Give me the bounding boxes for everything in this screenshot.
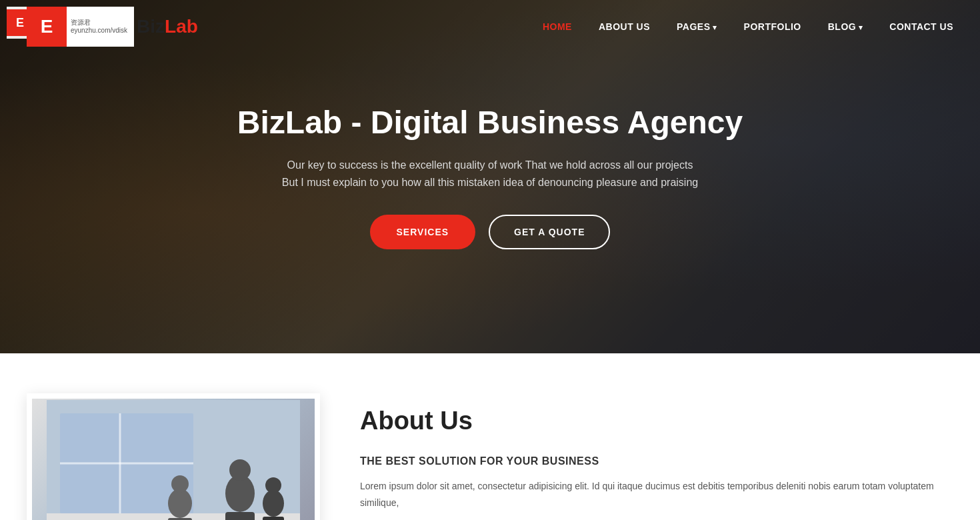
nav-link-portfolio[interactable]: PORTFOLIO bbox=[744, 21, 801, 32]
svg-rect-13 bbox=[263, 517, 284, 520]
nav-link-about[interactable]: ABOUT US bbox=[599, 21, 650, 32]
svg-point-6 bbox=[229, 459, 251, 481]
logo-sub1: 资源君 bbox=[71, 19, 127, 27]
navbar: E 资源君 eyunzhu.com/vdisk BizLab HOME ABOU… bbox=[0, 0, 980, 53]
hero-subtitle-2: But I must explain to you how all this m… bbox=[237, 174, 743, 191]
svg-rect-7 bbox=[225, 512, 255, 520]
svg-point-8 bbox=[168, 489, 192, 518]
about-heading: About Us bbox=[360, 407, 953, 435]
logo[interactable]: E 资源君 eyunzhu.com/vdisk BizLab bbox=[27, 7, 198, 47]
services-button[interactable]: SERVICES bbox=[370, 215, 476, 249]
nav-link-pages[interactable]: PAGES bbox=[677, 21, 717, 32]
about-image-placeholder bbox=[32, 399, 315, 520]
logo-brand: BizLab bbox=[137, 16, 198, 37]
nav-link-contact[interactable]: CONTACT US bbox=[889, 21, 953, 32]
svg-point-11 bbox=[263, 490, 284, 517]
nav-links: HOME ABOUT US PAGES PORTFOLIO BLOG CONTA… bbox=[543, 21, 953, 33]
nav-item-contact[interactable]: CONTACT US bbox=[889, 21, 953, 33]
about-sub-heading: THE BEST SOLUTION FOR YOUR BUSINESS bbox=[360, 455, 953, 467]
nav-link-home[interactable]: HOME bbox=[543, 21, 572, 32]
logo-sub2: eyunzhu.com/vdisk bbox=[71, 27, 127, 35]
svg-point-9 bbox=[171, 475, 189, 493]
get-quote-button[interactable]: GET A QUOTE bbox=[489, 215, 610, 249]
nav-item-home[interactable]: HOME bbox=[543, 21, 572, 33]
hero-title: BizLab - Digital Business Agency bbox=[237, 104, 743, 141]
hero-content: BizLab - Digital Business Agency Our key… bbox=[224, 104, 756, 249]
about-text-column: About Us THE BEST SOLUTION FOR YOUR BUSI… bbox=[360, 393, 953, 511]
about-image-svg bbox=[47, 400, 300, 520]
about-section: About Us THE BEST SOLUTION FOR YOUR BUSI… bbox=[0, 353, 980, 520]
logo-text: 资源君 eyunzhu.com/vdisk bbox=[67, 7, 134, 47]
hero-subtitle-1: Our key to success is the excellent qual… bbox=[237, 157, 743, 174]
hero-buttons: SERVICES GET A QUOTE bbox=[237, 215, 743, 249]
nav-item-portfolio[interactable]: PORTFOLIO bbox=[744, 21, 801, 33]
nav-item-pages[interactable]: PAGES bbox=[677, 21, 717, 33]
about-body-text: Lorem ipsum dolor sit amet, consectetur … bbox=[360, 478, 953, 511]
svg-point-12 bbox=[265, 477, 281, 493]
nav-item-about[interactable]: ABOUT US bbox=[599, 21, 650, 33]
about-image-frame bbox=[27, 393, 320, 520]
about-image-column bbox=[27, 393, 320, 520]
nav-link-blog[interactable]: BLOG bbox=[828, 21, 863, 32]
logo-badge: E bbox=[27, 7, 67, 47]
nav-item-blog[interactable]: BLOG bbox=[828, 21, 863, 33]
